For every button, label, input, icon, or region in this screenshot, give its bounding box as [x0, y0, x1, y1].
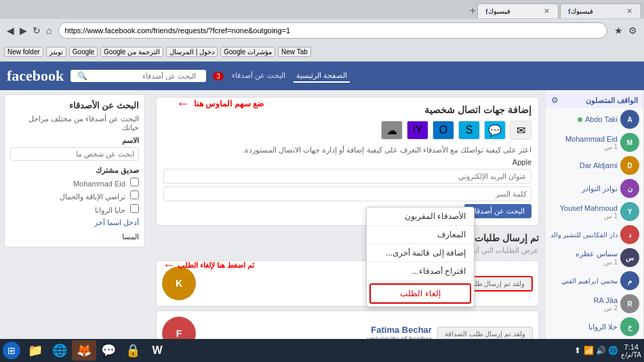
sidebar-name-3: نوادر النوادر: [582, 184, 618, 193]
dropdown-item-3[interactable]: اقتراح أصدقاء...: [367, 262, 474, 281]
request-name-1: Fatima Bechar: [201, 325, 432, 335]
dropdown-item-1[interactable]: المعارف: [367, 226, 474, 244]
nav-home[interactable]: الصفحة الرئيسية: [294, 70, 350, 83]
sidebar-time-6: 1 س: [576, 258, 618, 266]
nav-find-friends[interactable]: البحث عن أصدقاء: [229, 70, 288, 83]
sidebar-header-options[interactable]: ⚙: [551, 96, 559, 105]
sidebar-item-9[interactable]: خ خلا الروابا: [546, 315, 643, 338]
yahoo-icon[interactable]: Y!: [407, 121, 428, 140]
email-icon[interactable]: ✉: [510, 121, 531, 140]
fb-topnav: facebook 🔍 الصفحة الرئيسية البحث عن أصدق…: [0, 62, 644, 90]
sidebar-name-1: Mohammad Eid: [565, 135, 618, 143]
tab2-close[interactable]: ✕: [544, 7, 550, 16]
sidebar-avatar-2: D: [620, 156, 639, 175]
sidebar-header-title: الواقف المتصلون: [586, 96, 638, 105]
more-link[interactable]: أدخل اسما آخر: [94, 218, 139, 226]
star-button[interactable]: ★: [611, 24, 626, 37]
sidebar-item-1[interactable]: M Mohammad Eid 1 س: [546, 131, 643, 154]
password-input[interactable]: [163, 186, 531, 201]
toolbar-translate[interactable]: الترجمة من Google: [100, 47, 163, 57]
notification-badge[interactable]: 3: [213, 72, 224, 81]
sidebar-name-6: سماس عطره: [576, 249, 618, 258]
refresh-button[interactable]: ↻: [30, 24, 43, 37]
toolbar-messenger[interactable]: دخول | المرسال: [166, 47, 218, 57]
new-tab-button[interactable]: +: [470, 5, 476, 17]
email-input[interactable]: [163, 169, 531, 184]
toolbar-row: New folder تويتر Google الترجمة من Googl…: [0, 42, 644, 61]
mutual-friend-1: تراضي الإناقة والجمال: [10, 190, 139, 201]
sidebar-name-2: Dar Aldjami: [580, 161, 618, 169]
toolbar-google[interactable]: Google: [69, 47, 98, 57]
search-desc: البحث عن أصدقاء من مختلف مراحل حياتك: [10, 115, 139, 132]
forward-button[interactable]: ▶: [17, 24, 30, 37]
taskbar-word[interactable]: W: [145, 340, 169, 361]
sidebar-time-4: 1 س: [560, 212, 618, 220]
sidebar-item-8[interactable]: R RA Jāa 2 س: [546, 292, 643, 315]
sidebar-avatar-4: Y: [620, 202, 639, 221]
taskbar-file-explorer[interactable]: 📁: [23, 340, 47, 361]
start-button[interactable]: ⊞: [3, 342, 20, 359]
home-button[interactable]: ⌂: [43, 24, 54, 37]
toolbar-new-folder[interactable]: New folder: [4, 47, 43, 57]
toolbar-new-tab[interactable]: New Tab: [278, 47, 311, 57]
sidebar-item-4[interactable]: Y Yousef Mahmoud 1 س: [546, 200, 643, 223]
settings-button[interactable]: ⚙: [626, 24, 640, 37]
request-avatar-0: K: [162, 266, 196, 300]
back-button[interactable]: ◀: [4, 24, 17, 37]
fb-search-input[interactable]: [87, 72, 196, 80]
taskbar-ie[interactable]: 🌐: [47, 340, 72, 361]
mutual-check-2[interactable]: [130, 204, 139, 213]
dropdown-item-0[interactable]: الأصدقاء المقربون: [367, 207, 474, 226]
tab2-title: فيسبوك: [488, 7, 544, 15]
online-dot-0: [578, 117, 582, 122]
name-search-input[interactable]: [10, 147, 139, 161]
fb-nav-links: الصفحة الرئيسية البحث عن أصدقاء 3: [213, 70, 350, 83]
taskbar-firefox[interactable]: 🦊: [72, 340, 96, 361]
date-display: م/ع/TA: [621, 351, 641, 359]
sidebar-avatar-7: م: [620, 271, 639, 290]
taskbar-vpn[interactable]: 🔒: [121, 340, 145, 361]
sidebar-item-0[interactable]: A Abdo Taki: [546, 108, 643, 131]
tab-2[interactable]: f فيسبوك ✕: [477, 3, 559, 18]
toolbar-twitter[interactable]: تويتر: [46, 47, 66, 57]
mutual-check-1[interactable]: [130, 190, 139, 199]
sidebar-item-6[interactable]: س سماس عطره 1 س: [546, 246, 643, 269]
other-icon[interactable]: ☁: [381, 121, 403, 140]
toolbar-indicators[interactable]: مؤشرات Google: [220, 47, 275, 57]
mutual-check-0[interactable]: [130, 178, 139, 186]
dropdown-item-2[interactable]: إضافة إلى قائمة أخرى...: [367, 244, 474, 262]
address-bar[interactable]: [58, 22, 607, 39]
sidebar-name-4: Yousef Mahmoud: [560, 204, 618, 212]
sidebar-item-5[interactable]: د دار الفكانس للتشبر والد: [546, 223, 643, 246]
time-display: 7:14: [621, 343, 641, 351]
fb-search-bar: 🔍: [71, 70, 206, 82]
sidebar-avatar-0: A: [620, 110, 639, 129]
mutual-name-1: تراضي الإناقة والجمال: [60, 193, 125, 201]
sidebar-avatar-6: س: [620, 248, 639, 267]
sidebar-item-2[interactable]: D Dar Aldjami: [546, 154, 643, 177]
fb-center: إضافة جهات اتصال شخصية ✉ 💬 S O Y! ☁ اعثر…: [149, 90, 546, 362]
taskbar: ⊞ 📁 🌐 🦊 💬 🔒 W ⬆ 📶 🔊 🌐 7:14 م/ع/TA: [0, 339, 644, 362]
mutual-name-2: حايا الروانا: [95, 206, 125, 214]
mutual-name-0: Mohammad Eid: [73, 180, 125, 188]
messenger-icon[interactable]: 💬: [484, 121, 506, 140]
right-panel-title: البحث عن الأصدقاء: [10, 100, 139, 110]
sidebar-avatar-3: ن: [620, 179, 639, 198]
sidebar-name-9: خلا الروابا: [588, 323, 618, 331]
skype-icon[interactable]: S: [458, 121, 480, 140]
mutual-friend-0: Mohammad Eid: [10, 178, 139, 188]
sidebar-item-3[interactable]: ن نوادر النوادر: [546, 177, 643, 200]
contact-import-row: ✉ 💬 S O Y! ☁: [163, 121, 531, 140]
search-friends-panel: البحث عن الأصدقاء البحث عن أصدقاء من مخت…: [4, 94, 145, 247]
dropdown-cancel-btn[interactable]: إلغاء الطلب: [369, 283, 471, 304]
tab-1[interactable]: f فيسبوك ✕: [560, 3, 641, 18]
taskbar-skype[interactable]: 💬: [96, 340, 121, 361]
facebook-page: facebook 🔍 الصفحة الرئيسية البحث عن أصدق…: [0, 62, 644, 362]
outlook-icon[interactable]: O: [432, 121, 454, 140]
sidebar-avatar-8: R: [620, 294, 639, 313]
sidebar-avatar-9: خ: [620, 317, 639, 336]
sidebar-item-7[interactable]: م محمي ابراهيم الفتي: [546, 269, 643, 292]
tab1-close[interactable]: ✕: [626, 7, 632, 16]
browser-chrome: f فيسبوك ✕ f فيسبوك ✕ + ◀ ▶ ↻ ⌂ ★ ⚙ New …: [0, 0, 644, 62]
more-link-container: أدخل اسما آخر: [10, 218, 139, 227]
